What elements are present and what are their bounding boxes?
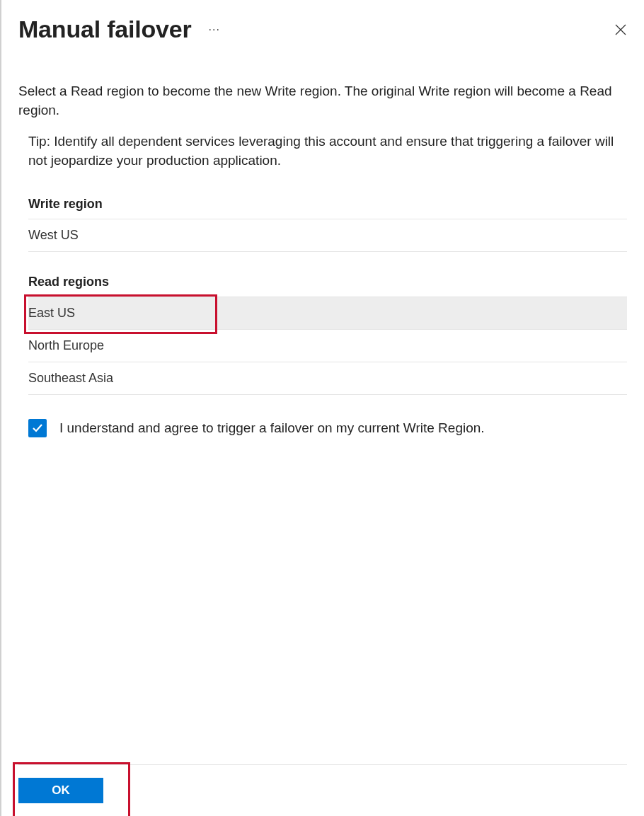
consent-row: I understand and agree to trigger a fail… <box>28 419 627 437</box>
ok-button[interactable]: OK <box>18 778 103 803</box>
panel-footer: OK <box>18 764 627 816</box>
read-region-item[interactable]: North Europe <box>28 330 627 362</box>
tip-text: Tip: Identify all dependent services lev… <box>28 132 627 170</box>
write-region-section: Write region West US <box>28 190 627 252</box>
description-text: Select a Read region to become the new W… <box>18 82 627 120</box>
consent-label: I understand and agree to trigger a fail… <box>59 420 485 436</box>
write-region-label: Write region <box>28 190 627 219</box>
read-regions-section: Read regions East US North Europe Southe… <box>28 268 627 395</box>
manual-failover-panel: Manual failover ··· Select a Read region… <box>1 0 644 816</box>
read-regions-label: Read regions <box>28 268 627 297</box>
more-icon[interactable]: ··· <box>209 23 220 36</box>
consent-checkbox[interactable] <box>28 419 47 437</box>
header-left: Manual failover ··· <box>18 16 220 43</box>
write-region-value: West US <box>28 219 627 252</box>
read-region-item[interactable]: Southeast Asia <box>28 362 627 395</box>
read-region-item[interactable]: East US <box>28 297 627 330</box>
panel-header: Manual failover ··· <box>18 16 627 43</box>
read-region-name: East US <box>28 306 75 320</box>
panel-title: Manual failover <box>18 16 192 43</box>
read-region-name: North Europe <box>28 338 104 352</box>
read-region-name: Southeast Asia <box>28 371 113 385</box>
close-icon[interactable] <box>614 23 627 36</box>
